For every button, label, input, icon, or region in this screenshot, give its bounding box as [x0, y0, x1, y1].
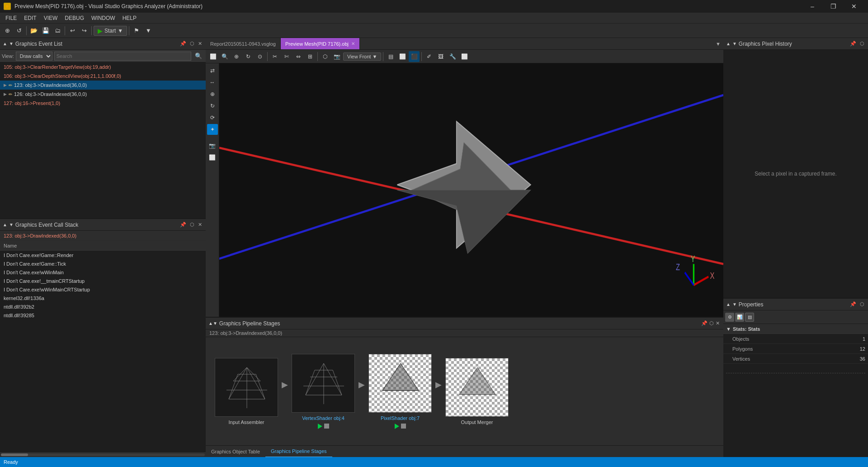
list-item[interactable]: I Don't Care.exe!wWinMainCRTStartup: [0, 285, 206, 294]
props-pin-button[interactable]: 📌: [849, 301, 857, 307]
list-item[interactable]: ntdll.dll!39285: [0, 311, 206, 319]
expand-icon[interactable]: ▶: [4, 92, 7, 96]
stage-ia-thumbnail[interactable]: [215, 358, 278, 417]
menu-window[interactable]: WINDOW: [88, 13, 119, 24]
list-item[interactable]: ntdll.dll!392b2: [0, 302, 206, 311]
stage-vs-play[interactable]: [318, 424, 322, 429]
texture-button[interactable]: 🖼: [435, 51, 446, 62]
props-float-button[interactable]: ⬡: [859, 301, 865, 307]
stage-om-thumbnail[interactable]: [445, 358, 509, 417]
menu-view[interactable]: VIEW: [40, 13, 61, 24]
gel-up-icon[interactable]: ▲: [3, 41, 7, 46]
close-button[interactable]: ✕: [844, 0, 864, 13]
cs-scrollbar-thumb[interactable]: [1, 453, 28, 456]
menu-edit[interactable]: EDIT: [20, 13, 40, 24]
stage-vs-stop[interactable]: [324, 424, 329, 429]
rotate-tool[interactable]: ⟳: [207, 112, 218, 123]
props-expand-icon[interactable]: ▼: [726, 326, 731, 332]
ph-up-icon[interactable]: ▲: [726, 41, 731, 46]
align-button[interactable]: ⇔: [293, 51, 304, 62]
new-button[interactable]: ⊕: [2, 25, 13, 36]
view3d-button[interactable]: ⬡: [320, 51, 330, 62]
list-item[interactable]: 106: obj:3->ClearDepthStencilView(obj:21…: [0, 71, 206, 81]
menu-help[interactable]: HELP: [119, 13, 140, 24]
tool2-button[interactable]: ⬜: [459, 51, 470, 62]
move-tool[interactable]: ✦: [207, 124, 218, 135]
expand-icon[interactable]: ▶: [4, 83, 7, 87]
tab-vsglog[interactable]: Report20150511-0943.vsglog: [206, 38, 281, 49]
stage-vs-thumbnail[interactable]: [292, 354, 355, 413]
tool1-button[interactable]: 🔧: [447, 51, 458, 62]
shading-button[interactable]: ▤: [385, 51, 396, 62]
cs-scrollbar[interactable]: [0, 452, 206, 457]
screenshot-tool[interactable]: 📷: [207, 140, 218, 151]
pipeline-float-button[interactable]: ⬡: [708, 320, 715, 326]
cs-close-button[interactable]: ✕: [197, 222, 203, 228]
open-button[interactable]: 📂: [28, 25, 39, 36]
fit-button[interactable]: ⬜: [208, 51, 218, 62]
camera-button[interactable]: 📷: [331, 51, 342, 62]
list-item[interactable]: 105: obj:3->ClearRenderTargetView(obj:19…: [0, 62, 206, 71]
rotate-button[interactable]: ↻: [243, 51, 254, 62]
zoom-in-button[interactable]: 🔍: [219, 51, 230, 62]
gel-close-button[interactable]: ✕: [197, 41, 203, 47]
wireframe-button[interactable]: ⬜: [397, 51, 408, 62]
zoom-fit-button[interactable]: ⊕: [231, 51, 242, 62]
list-item[interactable]: 127: obj:16->Present(1,0): [0, 99, 206, 108]
menu-file[interactable]: FILE: [2, 13, 20, 24]
uv-button[interactable]: ✐: [424, 51, 434, 62]
tab-close-icon[interactable]: ✕: [351, 41, 355, 46]
record-tool[interactable]: ⬜: [207, 152, 218, 163]
tab-graphics-pipeline-stages[interactable]: Graphics Pipeline Stages: [265, 446, 332, 457]
props-icon-3[interactable]: ▤: [745, 313, 754, 322]
scissors-button[interactable]: ✄: [281, 51, 292, 62]
ph-down-icon[interactable]: ▼: [732, 41, 737, 46]
list-item[interactable]: I Don't Care.exe!__tmainCRTStartup: [0, 276, 206, 285]
tab-mesh-obj[interactable]: Preview Mesh(PID 7176).obj ✕: [281, 38, 360, 49]
3d-viewport[interactable]: X Y Z: [219, 63, 723, 317]
gel-view-select[interactable]: Draw calls: [16, 52, 52, 61]
tab-dropdown-button[interactable]: ▼: [713, 41, 723, 47]
gel-float-button[interactable]: ⬡: [189, 41, 195, 47]
stage-vs-label[interactable]: VertexShader obj:4: [302, 415, 344, 421]
solid-button[interactable]: ⬛: [409, 51, 420, 62]
list-item[interactable]: ▶ ✏ 126: obj:3->DrawIndexed(36,0,0): [0, 90, 206, 99]
list-item[interactable]: I Don't Care.exe!wWinMain: [0, 268, 206, 276]
gel-pin-button[interactable]: 📌: [179, 41, 187, 47]
gel-search-button[interactable]: 🔍: [193, 51, 204, 62]
stage-ps-label[interactable]: PixelShader obj:7: [381, 415, 420, 421]
view-front-button[interactable]: View Front ▼: [343, 52, 381, 61]
zoom-tool[interactable]: ⊕: [207, 89, 218, 100]
redo-button[interactable]: ↪: [79, 25, 90, 36]
select-tool[interactable]: ⇄: [207, 65, 218, 76]
list-item[interactable]: I Don't Care.exe!Game::Render: [0, 251, 206, 259]
orbit-button[interactable]: ⊙: [255, 51, 265, 62]
cs-down-icon[interactable]: ▼: [9, 222, 14, 227]
tab-graphics-object-table[interactable]: Graphics Object Table: [206, 446, 265, 457]
menu-debug[interactable]: DEBUG: [61, 13, 88, 24]
gel-search-input[interactable]: [54, 52, 191, 61]
props-icon-1[interactable]: ⚙: [725, 313, 734, 322]
props-icon-2[interactable]: 📊: [735, 313, 744, 322]
cs-up-icon[interactable]: ▲: [3, 222, 7, 227]
undo2-button[interactable]: ↩: [67, 25, 78, 36]
save-all-button[interactable]: 🗂: [52, 25, 63, 36]
pan-tool[interactable]: ↔: [207, 77, 218, 88]
grid-button[interactable]: ⊞: [305, 51, 316, 62]
pipeline-close-button[interactable]: ✕: [715, 320, 721, 326]
gel-down-icon[interactable]: ▼: [9, 41, 14, 46]
pipeline-up-icon[interactable]: ▲: [208, 321, 213, 326]
diagnostics-dropdown[interactable]: ▼: [143, 25, 154, 36]
cut-button[interactable]: ✂: [269, 51, 280, 62]
pipeline-pin-button[interactable]: 📌: [700, 320, 708, 326]
orbit-tool[interactable]: ↻: [207, 100, 218, 111]
props-up-icon[interactable]: ▲: [726, 302, 731, 307]
stage-ps-thumbnail[interactable]: [368, 354, 432, 413]
cs-float-button[interactable]: ⬡: [189, 222, 195, 228]
stage-ps-play[interactable]: [395, 424, 399, 429]
list-item[interactable]: I Don't Care.exe!Game::Tick: [0, 259, 206, 268]
list-item[interactable]: ▶ ✏ 123: obj:3->DrawIndexed(36,0,0): [0, 81, 206, 90]
minimize-button[interactable]: –: [802, 0, 823, 13]
undo-button[interactable]: ↺: [14, 25, 24, 36]
cs-pin-button[interactable]: 📌: [179, 222, 187, 228]
